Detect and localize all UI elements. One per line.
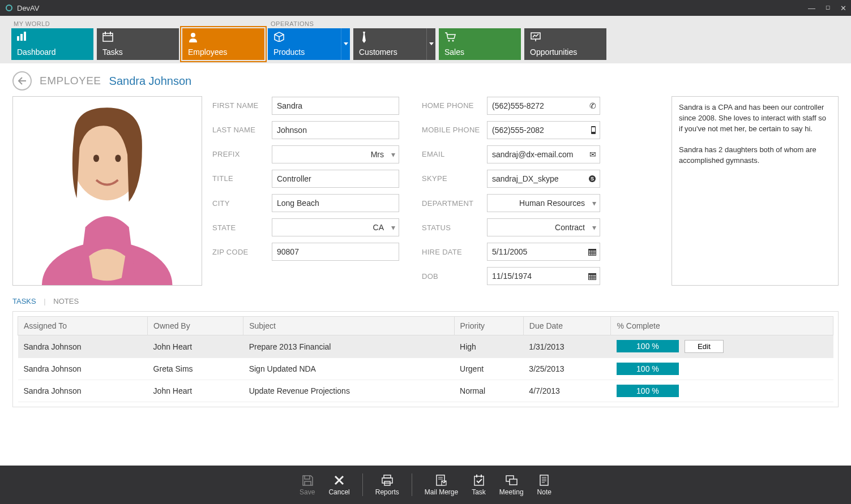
input-city[interactable]: Long Beach bbox=[272, 194, 399, 212]
col-due-date[interactable]: Due Date bbox=[523, 317, 611, 335]
value-email: sandraj@dx-email.com bbox=[492, 150, 573, 159]
titlebar: DevAV — ◻ ✕ bbox=[0, 0, 851, 16]
pct-badge: 100 % bbox=[617, 340, 679, 352]
svg-rect-3 bbox=[24, 32, 26, 41]
col-subject[interactable]: Subject bbox=[243, 317, 454, 335]
svg-point-8 bbox=[191, 33, 195, 37]
cell-priority: Normal bbox=[454, 380, 523, 402]
input-last-name[interactable]: Johnson bbox=[272, 121, 399, 139]
tile-customers[interactable]: Customers bbox=[353, 28, 435, 60]
input-title[interactable]: Controller bbox=[272, 170, 399, 188]
select-state[interactable]: CA▾ bbox=[272, 218, 399, 236]
skype-icon: S bbox=[588, 175, 596, 183]
tile-dashboard[interactable]: Dashboard bbox=[11, 28, 93, 60]
value-status: Contract bbox=[555, 223, 585, 232]
input-home-phone[interactable]: (562)555-8272✆ bbox=[487, 97, 600, 115]
svg-rect-18 bbox=[592, 127, 595, 132]
page-content: EMPLOYEE Sandra Johnson FIRST NAME Sandr… bbox=[0, 63, 851, 462]
cell-due-date: 1/31/2013 bbox=[523, 335, 611, 358]
tile-products[interactable]: Products bbox=[268, 28, 350, 60]
tile-products-label: Products bbox=[273, 48, 344, 57]
label-last-name: LAST NAME bbox=[212, 126, 272, 134]
cell-assigned-to: Sandra Johnson bbox=[18, 358, 148, 380]
pct-badge: 100 % bbox=[617, 385, 679, 397]
value-dob: 11/15/1974 bbox=[492, 272, 532, 281]
calendar-icon bbox=[102, 32, 114, 42]
tile-tasks[interactable]: Tasks bbox=[97, 28, 179, 60]
tab-notes[interactable]: NOTES bbox=[53, 297, 79, 305]
label-state: STATE bbox=[212, 223, 272, 232]
cell-owned-by: Greta Sims bbox=[148, 358, 243, 380]
app-logo-icon bbox=[5, 3, 14, 12]
cell-due-date: 4/7/2013 bbox=[523, 380, 611, 402]
table-row[interactable]: Sandra Johnson Greta Sims Sign Updated N… bbox=[18, 358, 833, 380]
notes-paragraph-1: Sandra is a CPA and has been our control… bbox=[679, 102, 831, 135]
tasks-grid: Assigned To Owned By Subject Priority Du… bbox=[12, 311, 839, 407]
ribbon-group-operations: OPERATIONS bbox=[265, 18, 314, 27]
tile-sales[interactable]: Sales bbox=[439, 28, 521, 60]
col-pct-complete[interactable]: % Complete bbox=[611, 317, 833, 335]
customers-dropdown-icon[interactable] bbox=[426, 28, 435, 60]
input-dob[interactable]: 11/15/1974 bbox=[487, 267, 600, 285]
products-dropdown-icon[interactable] bbox=[341, 28, 350, 60]
back-button[interactable] bbox=[12, 71, 32, 91]
input-zip[interactable]: 90807 bbox=[272, 243, 399, 261]
select-prefix[interactable]: Mrs▾ bbox=[272, 145, 399, 163]
select-department[interactable]: Human Resources▾ bbox=[487, 194, 600, 212]
cell-assigned-to: Sandra Johnson bbox=[18, 380, 148, 402]
svg-rect-2 bbox=[20, 34, 23, 41]
cell-pct: 100 % bbox=[611, 380, 833, 402]
window-maximize-icon[interactable]: ◻ bbox=[826, 4, 830, 12]
employee-form: FIRST NAME Sandra HOME PHONE (562)555-82… bbox=[212, 96, 661, 286]
cell-priority: High bbox=[454, 335, 523, 358]
cell-owned-by: John Heart bbox=[148, 380, 243, 402]
value-mobile-phone: (562)555-2082 bbox=[492, 126, 544, 135]
cell-subject: Prepare 2013 Financial bbox=[243, 335, 454, 358]
col-priority[interactable]: Priority bbox=[454, 317, 523, 335]
window-minimize-icon[interactable]: — bbox=[808, 4, 815, 12]
grid-header-row: Assigned To Owned By Subject Priority Du… bbox=[18, 317, 833, 335]
tile-employees[interactable]: Employees bbox=[182, 28, 264, 60]
input-hire-date[interactable]: 5/11/2005 bbox=[487, 243, 600, 261]
col-assigned-to[interactable]: Assigned To bbox=[18, 317, 148, 335]
svg-point-16 bbox=[116, 154, 121, 162]
chevron-down-icon: ▾ bbox=[391, 150, 395, 159]
notes-panel: Sandra is a CPA and has been our control… bbox=[672, 96, 839, 286]
window-close-icon[interactable]: ✕ bbox=[840, 4, 846, 12]
label-prefix: PREFIX bbox=[212, 150, 272, 158]
svg-point-0 bbox=[6, 5, 12, 11]
input-skype[interactable]: sandraj_DX_skypeS bbox=[487, 170, 600, 188]
chevron-down-icon: ▾ bbox=[592, 199, 596, 208]
input-mobile-phone[interactable]: (562)555-2082 bbox=[487, 121, 600, 139]
arrow-left-icon bbox=[18, 77, 27, 85]
label-mobile-phone: MOBILE PHONE bbox=[422, 126, 487, 134]
label-first-name: FIRST NAME bbox=[212, 101, 272, 110]
cell-subject: Update Revenue Projections bbox=[243, 380, 454, 402]
table-row[interactable]: Sandra Johnson John Heart Prepare 2013 F… bbox=[18, 335, 833, 358]
cell-pct: 100 %Edit bbox=[611, 335, 833, 358]
tab-tasks[interactable]: TASKS bbox=[12, 297, 36, 305]
cell-priority: Urgent bbox=[454, 358, 523, 380]
label-home-phone: HOME PHONE bbox=[422, 101, 487, 110]
tile-opportunities[interactable]: Opportunities bbox=[524, 28, 606, 60]
label-zip: ZIP CODE bbox=[212, 248, 272, 256]
section-title: EMPLOYEE bbox=[40, 75, 101, 87]
svg-point-9 bbox=[448, 40, 450, 42]
edit-button[interactable]: Edit bbox=[685, 340, 724, 353]
calendar-icon bbox=[588, 272, 596, 280]
ribbon-group-myworld: MY WORLD bbox=[0, 18, 265, 27]
input-first-name[interactable]: Sandra bbox=[272, 97, 399, 115]
value-zip: 90807 bbox=[277, 247, 299, 256]
select-status[interactable]: Contract▾ bbox=[487, 218, 600, 236]
svg-text:S: S bbox=[591, 176, 594, 182]
svg-rect-1 bbox=[17, 36, 19, 41]
col-owned-by[interactable]: Owned By bbox=[148, 317, 243, 335]
tile-customers-label: Customers bbox=[359, 48, 430, 57]
calendar-icon bbox=[588, 248, 596, 256]
notes-paragraph-2: Sandra has 2 daughters both of whom are … bbox=[679, 145, 831, 166]
label-status: STATUS bbox=[422, 223, 487, 232]
input-email[interactable]: sandraj@dx-email.com✉ bbox=[487, 145, 600, 163]
tile-tasks-label: Tasks bbox=[102, 48, 173, 57]
table-row[interactable]: Sandra Johnson John Heart Update Revenue… bbox=[18, 380, 833, 402]
svg-rect-7 bbox=[110, 32, 111, 35]
